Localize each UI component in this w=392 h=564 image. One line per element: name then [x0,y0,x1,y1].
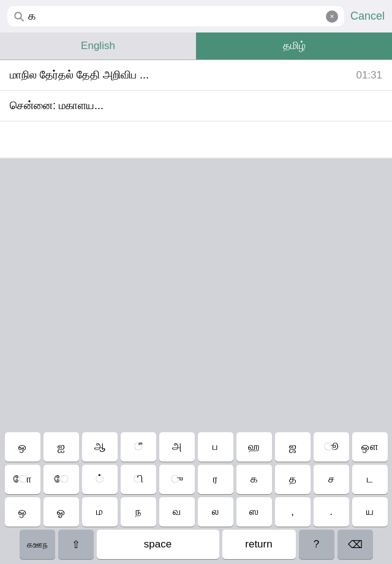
result-row-1[interactable]: மாநில தேர்தல் தேதி அறிவிப ... 01:31 [0,60,392,91]
key-row-1: ஒ ஐ ஆ ீ அ ப ஹ ஜ ூ ஔ [2,432,390,462]
results-area: மாநில தேர்தல் தேதி அறிவிப ... 01:31 சென்… [0,60,392,159]
key-i[interactable]: ி [121,465,156,494]
key-aa[interactable]: ஆ [82,432,118,462]
question-key[interactable]: ? [299,530,334,559]
return-key[interactable]: return [222,530,296,559]
empty-row [0,121,392,158]
keyboard: ஒ ஐ ஆ ீ அ ப ஹ ஜ ூ ஔ ோ ே ் ி ு ர க த ச ட … [0,429,392,564]
key-ii[interactable]: ீ [121,432,156,462]
svg-point-0 [15,12,21,19]
key-ha[interactable]: ஹ [236,432,272,462]
key-sa[interactable]: ச [314,465,349,494]
result-text-1: மாநில தேர்தல் தேதி அறிவிப ... [10,69,349,82]
search-icon [13,11,24,22]
key-ya[interactable]: ய [352,497,388,527]
delete-key[interactable]: ⌫ [337,530,373,559]
key-ra[interactable]: ர [198,465,233,494]
key-row-3: ஒ ஓ ம ந வ ல ஸ , . ய [2,497,390,527]
segment-control: English தமிழ் [0,32,392,60]
key-va[interactable]: வ [159,497,195,527]
svg-line-1 [21,18,24,21]
space-key[interactable]: space [97,530,219,559]
key-ssa[interactable]: ஸ [236,497,272,527]
key-comma[interactable]: , [275,497,311,527]
search-input-wrap: × [7,6,344,26]
search-input[interactable] [28,10,322,23]
key-u[interactable]: ு [159,465,195,494]
key-da[interactable]: ட [352,465,388,494]
key-uu[interactable]: ூ [314,432,349,462]
shift-key[interactable]: ⇧ [58,530,94,559]
key-pulli[interactable]: ் [82,465,118,494]
result-row-2[interactable]: சென்னை: மகாளய... [0,91,392,121]
key-ma[interactable]: ம [82,497,118,527]
bottom-row: கஊந ⇧ space return ? ⌫ [2,530,390,564]
search-bar: × Cancel [0,0,392,32]
key-a[interactable]: அ [159,432,195,462]
key-o1[interactable]: ஒ [5,432,40,462]
key-oo[interactable]: ோ [5,465,40,494]
key-pa[interactable]: ப [198,432,233,462]
key-au[interactable]: ஔ [352,432,388,462]
key-ta[interactable]: த [275,465,311,494]
key-special[interactable]: கஊந [20,530,55,559]
segment-english[interactable]: English [0,32,196,59]
key-period[interactable]: . [314,497,349,527]
result-text-2: சென்னை: மகாளய... [10,99,382,112]
clear-button[interactable]: × [326,10,338,23]
key-o2[interactable]: ஒ [5,497,40,527]
key-la[interactable]: ல [198,497,233,527]
cancel-button[interactable]: Cancel [350,10,385,23]
result-time-1: 01:31 [356,69,382,82]
key-ja[interactable]: ஜ [275,432,311,462]
segment-tamil[interactable]: தமிழ் [196,32,392,59]
key-na[interactable]: ந [121,497,156,527]
key-ai[interactable]: ஐ [43,432,79,462]
key-ka[interactable]: க [236,465,272,494]
key-e[interactable]: ே [43,465,79,494]
key-o3[interactable]: ஓ [43,497,79,527]
key-row-2: ோ ே ் ி ு ர க த ச ட [2,465,390,494]
